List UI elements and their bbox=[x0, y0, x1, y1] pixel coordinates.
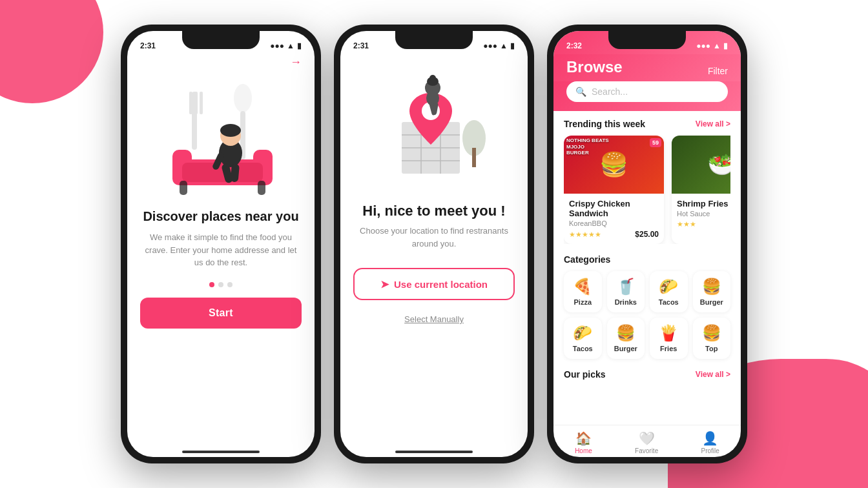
search-wrapper[interactable]: 🔍 Search... bbox=[566, 81, 728, 102]
phone-3: 2:32 ●●● ▲ ▮ Browse Filter 🔍 Search... bbox=[547, 25, 747, 463]
trending-scroll: 🍔 59 NOTHING BEATSMJOJOBURGER Crispy Chi… bbox=[564, 136, 730, 244]
phone-3-body: Trending this week View all > 🍔 59 NOTHI… bbox=[553, 111, 741, 425]
wifi-icon-3: ▲ bbox=[713, 41, 721, 50]
tacos-icon-1: 🌮 bbox=[659, 278, 678, 296]
phone-2-screen: 2:31 ●●● ▲ ▮ bbox=[340, 31, 528, 457]
card-1-stars: ★★★★★ bbox=[569, 230, 601, 239]
fries-label: Fries bbox=[660, 345, 677, 352]
card-2-image: 🥗 bbox=[672, 136, 730, 194]
card-2-stars-row: ★★★ bbox=[677, 220, 730, 229]
phone-1-home-bar bbox=[182, 451, 260, 453]
nav-home[interactable]: 🏠 Home bbox=[575, 431, 592, 454]
battery-icon-3: ▮ bbox=[723, 41, 728, 50]
nav-profile-label: Profile bbox=[701, 447, 719, 454]
skip-arrow-icon[interactable]: → bbox=[290, 56, 302, 68]
fries-icon: 🍟 bbox=[659, 324, 678, 342]
burger-label-2: Burger bbox=[614, 345, 637, 352]
profile-icon: 👤 bbox=[702, 431, 718, 446]
phone-1-illustration bbox=[156, 72, 285, 201]
card-1-price: $25.00 bbox=[635, 230, 659, 239]
nav-home-label: Home bbox=[575, 447, 592, 454]
trending-card-2[interactable]: 🥗 Shrimp Fries Hot Sauce ★★★ bbox=[672, 136, 730, 244]
card-2-info: Shrimp Fries Hot Sauce ★★★ bbox=[672, 194, 730, 234]
trending-card-1[interactable]: 🍔 59 NOTHING BEATSMJOJOBURGER Crispy Chi… bbox=[564, 136, 664, 244]
phone-3-nav: 🏠 Home 🤍 Favorite 👤 Profile bbox=[553, 425, 741, 457]
burger-icon-1: 🍔 bbox=[702, 278, 721, 296]
svg-rect-17 bbox=[258, 181, 265, 195]
card-2-sub: Hot Sauce bbox=[677, 210, 730, 218]
signal-icon-2: ●●● bbox=[483, 41, 497, 50]
card-1-name: Crispy Chicken Sandwich bbox=[569, 199, 659, 218]
card-2-name: Shrimp Fries bbox=[677, 199, 730, 208]
dot-1 bbox=[209, 282, 214, 287]
card-1-sub: KoreanBBQ bbox=[569, 219, 659, 227]
tacos-label-1: Tacos bbox=[659, 298, 679, 306]
phone-3-notch bbox=[608, 31, 686, 49]
category-fries[interactable]: 🍟 Fries bbox=[650, 318, 688, 359]
card-1-stars-row: ★★★★★ $25.00 bbox=[569, 230, 659, 239]
signal-icon: ●●● bbox=[270, 41, 284, 50]
card-2-stars: ★★★ bbox=[677, 220, 696, 229]
search-bar-container: 🔍 Search... bbox=[553, 81, 741, 111]
svg-rect-1 bbox=[189, 92, 192, 114]
our-picks-header: Our picks View all > bbox=[564, 369, 730, 380]
category-burger-2[interactable]: 🍔 Burger bbox=[607, 318, 645, 359]
dot-2 bbox=[218, 282, 223, 287]
tacos-label-2: Tacos bbox=[573, 345, 593, 352]
phone-1-notch bbox=[182, 31, 260, 49]
select-manually-button[interactable]: Select Manually bbox=[404, 314, 464, 324]
drinks-icon: 🥤 bbox=[616, 278, 636, 296]
favorite-icon: 🤍 bbox=[639, 431, 655, 446]
category-tacos-1[interactable]: 🌮 Tacos bbox=[650, 271, 688, 312]
view-all-picks[interactable]: View all > bbox=[696, 370, 730, 379]
phone-3-screen: 2:32 ●●● ▲ ▮ Browse Filter 🔍 Search... bbox=[553, 31, 741, 457]
search-icon: 🔍 bbox=[575, 86, 586, 97]
location-icon: ➤ bbox=[380, 278, 389, 290]
category-pizza[interactable]: 🍕 Pizza bbox=[564, 271, 602, 312]
phone-2-desc: Choose your location to find restranants… bbox=[353, 225, 515, 250]
home-icon: 🏠 bbox=[575, 431, 592, 446]
drinks-label: Drinks bbox=[615, 298, 637, 306]
pizza-icon: 🍕 bbox=[573, 278, 592, 296]
start-button[interactable]: Start bbox=[140, 298, 302, 329]
phone-3-header: Browse Filter bbox=[553, 54, 741, 81]
phone-2-time: 2:31 bbox=[353, 41, 369, 50]
category-top[interactable]: 🍔 Top bbox=[693, 318, 731, 359]
signal-icon-3: ●●● bbox=[696, 41, 710, 50]
battery-icon: ▮ bbox=[297, 41, 302, 50]
svg-rect-9 bbox=[182, 163, 263, 182]
our-picks-title: Our picks bbox=[564, 369, 606, 380]
card-1-info: Crispy Chicken Sandwich KoreanBBQ ★★★★★ … bbox=[564, 194, 664, 244]
phones-container: 2:31 ●●● ▲ ▮ → bbox=[0, 0, 868, 488]
nav-profile[interactable]: 👤 Profile bbox=[701, 431, 719, 454]
phone-1-content: → bbox=[127, 54, 315, 445]
svg-rect-25 bbox=[472, 148, 476, 167]
phone-1-title: Discover places near you bbox=[143, 208, 298, 225]
phone-2-title: Hi, nice to meet you ! bbox=[362, 203, 505, 219]
filter-button[interactable]: Filter bbox=[708, 66, 728, 76]
svg-point-32 bbox=[429, 75, 436, 81]
use-location-label: Use current location bbox=[394, 279, 488, 290]
phone-1-desc: We make it simple to find the food you c… bbox=[140, 231, 302, 269]
trending-title: Trending this week bbox=[564, 119, 645, 129]
trending-header: Trending this week View all > bbox=[564, 119, 730, 129]
phone-1-skip[interactable]: → bbox=[290, 56, 302, 69]
phone-2-home-bar bbox=[395, 451, 473, 453]
category-drinks[interactable]: 🥤 Drinks bbox=[607, 271, 645, 312]
phone-1-time: 2:31 bbox=[140, 41, 156, 50]
phone-2-illustration bbox=[363, 61, 505, 190]
card-1-image: 🍔 59 NOTHING BEATSMJOJOBURGER bbox=[564, 136, 664, 194]
search-placeholder[interactable]: Search... bbox=[592, 86, 628, 97]
use-location-button[interactable]: ➤ Use current location bbox=[353, 268, 515, 300]
category-tacos-2[interactable]: 🌮 Tacos bbox=[564, 318, 602, 359]
view-all-trending[interactable]: View all > bbox=[696, 119, 730, 128]
category-burger-1[interactable]: 🍔 Burger bbox=[693, 271, 731, 312]
phone-2-content: Hi, nice to meet you ! Choose your locat… bbox=[340, 54, 528, 445]
nav-favorite[interactable]: 🤍 Favorite bbox=[635, 431, 658, 454]
svg-rect-2 bbox=[194, 92, 198, 114]
svg-rect-3 bbox=[200, 92, 203, 114]
phone-3-status-icons: ●●● ▲ ▮ bbox=[696, 41, 728, 50]
battery-icon-2: ▮ bbox=[510, 41, 515, 50]
phone-2: 2:31 ●●● ▲ ▮ bbox=[334, 25, 534, 463]
wifi-icon-2: ▲ bbox=[500, 41, 508, 50]
